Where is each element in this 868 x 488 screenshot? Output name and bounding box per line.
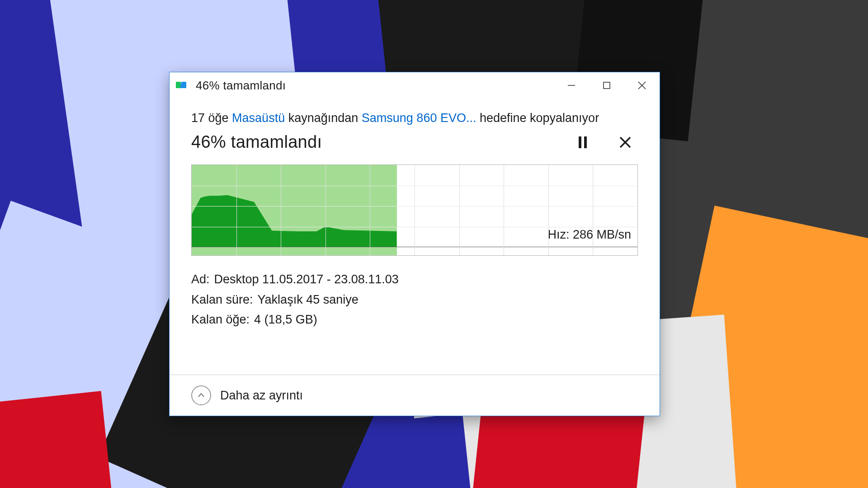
fewer-details-toggle[interactable] (191, 385, 211, 405)
detail-time-value: Yaklaşık 45 saniye (258, 290, 359, 310)
copy-description: 17 öğe Masaüstü kaynağından Samsung 860 … (191, 110, 638, 126)
copy-item-count: 17 öğe (191, 111, 232, 125)
detail-items-row: Kalan öğe: 4 (18,5 GB) (191, 310, 638, 330)
detail-name-value: Desktop 11.05.2017 - 23.08.11.03 (214, 269, 399, 290)
svg-marker-6 (192, 195, 397, 247)
copy-icon (176, 80, 191, 91)
copy-desc-mid: kaynağından (285, 111, 362, 125)
cancel-button[interactable] (616, 133, 634, 151)
detail-name-row: Ad: Desktop 11.05.2017 - 23.08.11.03 (191, 269, 638, 290)
detail-time-row: Kalan süre: Yaklaşık 45 saniye (191, 290, 638, 310)
dialog-footer: Daha az ayrıntı (170, 375, 660, 416)
detail-items-value: 4 (18,5 GB) (254, 310, 317, 330)
progress-percent: 46% tamamlandı (191, 132, 322, 152)
svg-rect-1 (604, 82, 610, 89)
copy-dest-link[interactable]: Samsung 860 EVO... (362, 111, 476, 125)
detail-items-label: Kalan öğe: (191, 310, 250, 330)
fewer-details-label[interactable]: Daha az ayrıntı (220, 389, 303, 403)
copy-source-link[interactable]: Masaüstü (232, 111, 285, 125)
window-title: 46% tamamlandı (196, 79, 286, 93)
copy-desc-suffix: hedefine kopyalanıyor (476, 111, 599, 125)
minimize-button[interactable] (554, 72, 589, 99)
close-window-button[interactable] (624, 72, 660, 99)
transfer-details: Ad: Desktop 11.05.2017 - 23.08.11.03 Kal… (191, 269, 638, 330)
pause-button[interactable] (574, 133, 592, 151)
titlebar[interactable]: 46% tamamlandı (170, 72, 660, 99)
maximize-button[interactable] (589, 72, 624, 99)
file-copy-dialog: 46% tamamlandı 17 öğe Masaüstü kaynağınd… (169, 72, 660, 416)
transfer-speed-chart: Hız: 286 MB/sn (191, 164, 638, 256)
detail-name-label: Ad: (191, 269, 210, 290)
detail-time-label: Kalan süre: (191, 290, 253, 310)
speed-readout: Hız: 286 MB/sn (547, 228, 631, 242)
